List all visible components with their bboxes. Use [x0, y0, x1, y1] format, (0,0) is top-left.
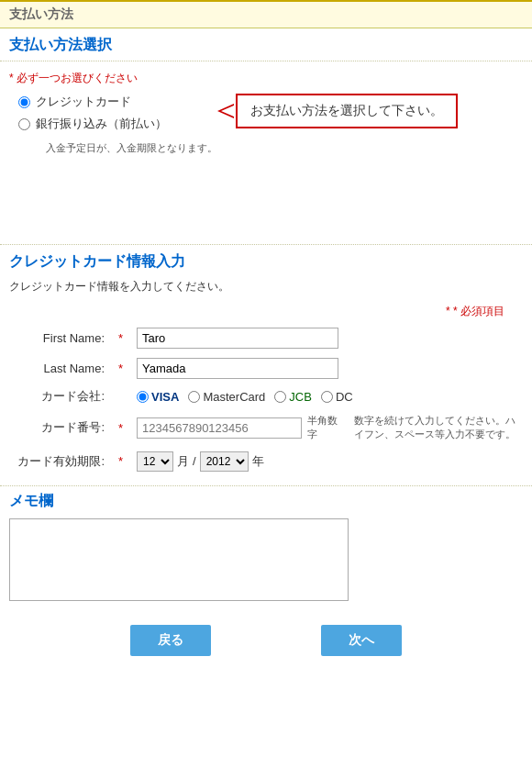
first-name-input-cell: [131, 323, 349, 353]
card-company-label: カード会社:: [9, 384, 110, 409]
credit-card-label: クレジットカード: [36, 94, 131, 110]
dc-label: DC: [336, 390, 353, 404]
payment-method-section: * 必ず一つお選びください クレジットカード 銀行振り込み（前払い） 入金予定日…: [0, 61, 532, 245]
memo-textarea[interactable]: [10, 519, 348, 600]
credit-card-option[interactable]: クレジットカード: [18, 94, 217, 110]
last-name-note-cell: [349, 353, 523, 384]
bank-note: 入金予定日が、入金期限となります。: [46, 141, 217, 155]
visa-radio[interactable]: [137, 391, 149, 403]
cc-info-section: クレジットカード情報入力 クレジットカード情報を入力してください。 * * 必須…: [0, 245, 532, 485]
first-name-input[interactable]: [137, 328, 338, 349]
payment-method-header: 支払い方法選択: [0, 28, 532, 61]
bank-transfer-option[interactable]: 銀行振り込み（前払い）: [18, 116, 217, 132]
card-number-input-cell: 半角数字: [131, 409, 349, 447]
card-note: 数字を続けて入力してください。ハイフン、スペース等入力不要です。: [349, 409, 523, 447]
payment-options: クレジットカード 銀行振り込み（前払い） 入金予定日が、入金期限となります。: [18, 94, 217, 155]
cc-form-table: First Name: * Last Name: *: [9, 323, 523, 476]
mastercard-option[interactable]: MasterCard: [188, 390, 265, 404]
memo-textarea-wrapper: [9, 518, 349, 601]
jcb-option[interactable]: JCB: [274, 390, 312, 404]
expiry-input-cell: 01 02 03 04 05 06 07 08 09 10 11 12: [131, 447, 523, 476]
tooltip-box: お支払い方法を選択して下さい。: [236, 94, 458, 128]
card-company-options-cell: VISA MasterCard JCB DC: [131, 384, 523, 409]
page-title-bar: 支払い方法: [0, 0, 532, 28]
memo-heading: メモ欄: [9, 492, 523, 511]
mastercard-label: MasterCard: [203, 390, 265, 404]
last-name-input[interactable]: [137, 358, 338, 379]
bank-transfer-label: 銀行振り込み（前払い）: [36, 116, 167, 132]
expiry-year-label: 年: [252, 453, 264, 470]
visa-label: VISA: [151, 390, 179, 404]
last-name-row: Last Name: *: [9, 353, 523, 384]
dc-option[interactable]: DC: [321, 390, 353, 404]
required-mark: * * 必須項目: [9, 304, 504, 319]
expiry-month-select[interactable]: 01 02 03 04 05 06 07 08 09 10 11 12: [137, 451, 173, 472]
half-num-hint: 半角数字: [307, 414, 343, 441]
expiry-label: カード有効期限:: [9, 447, 110, 476]
visa-option[interactable]: VISA: [137, 390, 179, 404]
card-number-req: *: [110, 409, 131, 447]
tooltip-container: お支払い方法を選択して下さい。: [236, 94, 458, 128]
next-button[interactable]: 次へ: [321, 625, 402, 656]
payment-method-heading: 支払い方法選択: [9, 36, 523, 55]
credit-card-radio[interactable]: [18, 96, 30, 108]
card-company-row: カード会社: VISA MasterCard: [9, 384, 523, 409]
card-number-input[interactable]: [137, 417, 302, 439]
last-name-req: *: [110, 353, 131, 384]
first-name-row: First Name: *: [9, 323, 523, 353]
footer-buttons: 戻る 次へ: [0, 610, 532, 674]
dc-radio[interactable]: [321, 391, 333, 403]
tooltip-text: お支払い方法を選択して下さい。: [250, 103, 443, 117]
memo-section: メモ欄: [0, 485, 532, 610]
page-title: 支払い方法: [9, 6, 523, 23]
expiry-year-select[interactable]: 2010 2011 2012 2013 2014 2015 2016 2017 …: [200, 451, 249, 472]
last-name-input-cell: [131, 353, 349, 384]
jcb-radio[interactable]: [274, 391, 286, 403]
first-name-req: *: [110, 323, 131, 353]
card-company-req: [110, 384, 131, 409]
first-name-label: First Name:: [9, 323, 110, 353]
bank-transfer-radio[interactable]: [18, 118, 30, 130]
expiry-inputs: 01 02 03 04 05 06 07 08 09 10 11 12: [137, 451, 517, 472]
tooltip-arrow-inner: [221, 105, 236, 117]
expiry-month-label: 月: [177, 453, 189, 470]
card-company-options: VISA MasterCard JCB DC: [137, 390, 517, 404]
required-label: * 必ず一つお選びください: [9, 71, 523, 86]
expiry-row: カード有効期限: * 01 02 03 04 05 06 07: [9, 447, 523, 476]
jcb-label: JCB: [289, 390, 312, 404]
first-name-note-cell: [349, 323, 523, 353]
cc-info-heading: クレジットカード情報入力: [9, 252, 523, 272]
back-button[interactable]: 戻る: [130, 625, 211, 656]
expiry-slash: /: [193, 454, 196, 468]
expiry-req: *: [110, 447, 131, 476]
card-number-row: カード番号: * 半角数字 数字を続けて入力してください。ハイフン、スペース等入…: [9, 409, 523, 447]
card-number-input-wrapper: 半角数字: [137, 414, 343, 441]
last-name-label: Last Name:: [9, 353, 110, 384]
card-number-label: カード番号:: [9, 409, 110, 447]
mastercard-radio[interactable]: [188, 391, 200, 403]
cc-description: クレジットカード情報を入力してください。: [9, 279, 523, 295]
